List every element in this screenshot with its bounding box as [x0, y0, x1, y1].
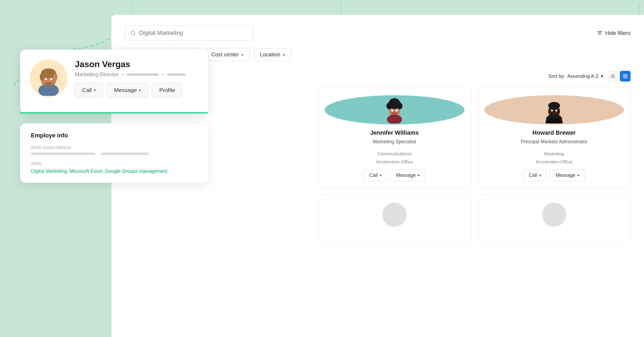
placeholder-avatar-1	[382, 203, 407, 227]
placeholder-card-1	[318, 194, 471, 243]
sort-select[interactable]: Sort by: Ascending A-Z ▾	[548, 73, 603, 79]
hide-filters-button[interactable]: Hide filters	[597, 30, 631, 36]
employee-info-card: Employe info Work email address Skills D…	[20, 123, 208, 183]
avatar-howard	[484, 95, 624, 124]
profile-bar-long	[127, 74, 159, 76]
howard-title: Principal Markets Administrator	[521, 139, 587, 145]
profile-actions: Call ▾ Message ▾ Profile	[75, 83, 186, 97]
email-bar-2	[101, 152, 149, 155]
howard-message-button[interactable]: Message ▾	[550, 170, 585, 181]
svg-point-29	[551, 109, 553, 111]
svg-point-23	[386, 103, 392, 109]
howard-dept: Marketing	[544, 151, 564, 157]
message-label: Message	[556, 173, 575, 178]
svg-point-24	[397, 103, 402, 109]
profile-bar-short	[167, 74, 186, 76]
hide-filters-label: Hide filters	[605, 30, 631, 36]
cards-grid: Jennifer Williams Marketing Specialist C…	[318, 87, 631, 243]
jennifer-message-button[interactable]: Message ▾	[390, 170, 425, 181]
list-icon	[610, 74, 615, 79]
sort-label: Sort by:	[548, 74, 565, 79]
skills-text: Digital Marketing, Microsoft Excel, Goog…	[31, 169, 197, 174]
profile-card: Jason Vergas Marketing Director • • Call…	[20, 50, 208, 113]
chevron-down-icon: ▾	[539, 173, 541, 177]
view-toggle	[608, 71, 631, 82]
svg-point-31	[548, 102, 560, 109]
person-card-jennifer: Jennifer Williams Marketing Specialist C…	[318, 87, 471, 188]
person-card-howard: Howard Brewer Principal Markets Administ…	[478, 87, 631, 188]
jennifer-avatar-svg	[381, 97, 408, 123]
dot-separator-2: •	[162, 72, 164, 77]
placeholder-avatar-2	[542, 203, 566, 227]
placeholder-card-2	[478, 194, 631, 243]
filter-cost-center[interactable]: Cost center ▾	[205, 48, 250, 61]
howard-actions: Call ▾ Message ▾	[484, 170, 624, 181]
svg-point-36	[45, 78, 47, 80]
jennifer-call-button[interactable]: Call ▾	[364, 170, 387, 181]
chevron-down-icon: ▾	[139, 88, 141, 92]
message-label: Message	[114, 87, 137, 93]
jennifer-name: Jennifer Williams	[370, 129, 419, 136]
grid-cards-container: Jennifer Williams Marketing Specialist C…	[318, 87, 631, 188]
grid-icon	[623, 74, 628, 79]
profile-label: Profile	[159, 87, 175, 93]
bottom-cards-row	[318, 194, 631, 243]
chevron-down-icon: ▾	[241, 53, 243, 57]
howard-call-button[interactable]: Call ▾	[523, 170, 547, 181]
filter-location[interactable]: Location ▾	[254, 48, 291, 61]
profile-profile-button[interactable]: Profile	[152, 83, 182, 97]
email-placeholder-row	[31, 152, 197, 155]
filter-icon	[597, 30, 603, 36]
jennifer-location: Amsterdam-Office	[376, 159, 413, 165]
filter-location-label: Location	[260, 52, 280, 58]
svg-point-30	[555, 109, 557, 111]
howard-name: Howard Brewer	[532, 129, 576, 136]
jennifer-actions: Call ▾ Message ▾	[325, 170, 464, 181]
email-label: Work email address	[31, 145, 197, 150]
profile-title-text: Marketing Director	[75, 71, 119, 78]
search-row: Digital Marketing Hide filters	[125, 25, 631, 41]
search-icon	[130, 30, 136, 36]
svg-point-37	[50, 78, 52, 80]
howard-location: Amsterdam-Office	[536, 159, 572, 165]
avatar-jason	[30, 60, 67, 97]
chevron-down-icon: ▾	[380, 173, 382, 177]
chevron-down-icon: ▾	[601, 73, 603, 79]
employee-info-title: Employe info	[31, 132, 197, 139]
profile-info: Jason Vergas Marketing Director • • Call…	[75, 59, 186, 97]
svg-rect-12	[623, 74, 625, 76]
sort-value: Ascending A-Z	[567, 74, 599, 79]
call-label: Call	[529, 173, 537, 178]
svg-line-5	[134, 34, 135, 35]
skills-label: Skills	[31, 161, 197, 166]
jason-avatar-svg	[31, 61, 66, 96]
chevron-down-icon: ▾	[283, 53, 285, 57]
profile-name: Jason Vergas	[75, 59, 186, 69]
chevron-down-icon: ▾	[577, 173, 579, 177]
profile-card-accent	[20, 112, 208, 113]
svg-point-25	[390, 98, 399, 105]
svg-rect-15	[626, 77, 627, 78]
svg-point-41	[43, 84, 54, 89]
svg-point-40	[53, 73, 57, 81]
dot-separator: •	[122, 72, 123, 77]
call-label: Call	[369, 173, 378, 178]
svg-rect-14	[623, 77, 625, 78]
svg-rect-13	[626, 74, 627, 76]
search-input[interactable]: Digital Marketing	[139, 30, 248, 36]
howard-avatar-svg	[541, 97, 568, 123]
jennifer-dept: Communications	[378, 151, 412, 157]
filter-cost-center-label: Cost center	[211, 52, 239, 58]
profile-header: Jason Vergas Marketing Director • • Call…	[30, 59, 197, 97]
list-view-button[interactable]	[608, 71, 618, 82]
email-bar-1	[31, 152, 95, 155]
svg-point-20	[391, 109, 393, 112]
message-label: Message	[396, 173, 416, 178]
call-label: Call	[82, 87, 92, 93]
chevron-down-icon: ▾	[94, 88, 96, 92]
chevron-down-icon: ▾	[418, 173, 420, 177]
profile-message-button[interactable]: Message ▾	[107, 83, 148, 97]
grid-view-button[interactable]	[620, 71, 631, 82]
svg-point-21	[396, 109, 398, 112]
profile-call-button[interactable]: Call ▾	[75, 83, 103, 97]
